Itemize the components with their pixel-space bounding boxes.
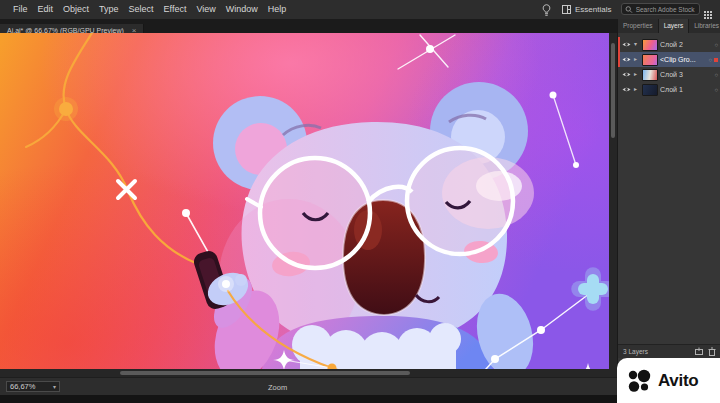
expander-icon[interactable]: ▸ [634,82,640,97]
document-tab-bar: Ai.ai* @ 66,67% (RGB/GPU Preview) × [0,19,617,33]
koala-character [192,82,542,369]
stock-search[interactable] [621,3,700,15]
expander-icon[interactable]: ▸ [634,67,640,82]
scrollbar-corner [609,369,617,377]
illustrator-window: File Edit Object Type Select Effect View… [0,0,720,403]
delete-layer-icon[interactable] [708,347,716,356]
layer-name[interactable]: Слой 3 [660,71,712,78]
menu-effect[interactable]: Effect [159,0,192,19]
koala-nose [343,200,425,315]
visibility-eye-icon[interactable] [622,86,632,93]
layer-color-bar [618,52,620,67]
menu-object[interactable]: Object [58,0,94,19]
layer-name[interactable]: <Clip Gro... [660,56,706,63]
panel-tab-bar: Properties Layers Libraries [618,19,720,33]
workspace-icon [562,5,571,14]
vertical-scrollbar[interactable] [609,33,617,369]
menu-file[interactable]: File [8,0,33,19]
layer-row[interactable]: ▸ Слой 1 ○ [618,82,720,97]
menu-type[interactable]: Type [94,0,124,19]
target-circle[interactable]: ○ [708,57,712,63]
zoom-level-dropdown[interactable]: 66,67% ▾ [6,381,60,392]
target-circle[interactable]: ○ [714,42,718,48]
horizontal-scrollbar-thumb[interactable] [120,371,410,375]
layer-row[interactable]: ▸ Слой 3 ○ [618,67,720,82]
menu-select[interactable]: Select [124,0,159,19]
layer-row[interactable]: ▸ <Clip Gro... ○ [618,52,720,67]
expander-icon[interactable]: ▾ [634,37,640,52]
vertical-scrollbar-thumb[interactable] [611,43,615,138]
selection-color-square [714,58,718,62]
target-circle[interactable]: ○ [714,87,718,93]
layers-panel: ▾ Слой 2 ○ ▸ <Clip Gro... ○ [618,33,720,344]
layer-name[interactable]: Слой 2 [660,41,712,48]
layers-panel-footer: 3 Layers [618,344,720,358]
layer-thumbnail [642,54,658,66]
avito-logo-icon [626,368,652,394]
active-tool-label: Zoom [268,383,287,392]
status-bar: 66,67% ▾ Zoom [0,377,617,396]
layer-thumbnail [642,39,658,51]
layer-row[interactable]: ▾ Слой 2 ○ [618,37,720,52]
search-input[interactable] [636,6,696,13]
layer-thumbnail [642,84,658,96]
avito-watermark: Avito [617,358,720,403]
search-icon [625,5,633,14]
menu-view[interactable]: View [191,0,220,19]
artboard-canvas[interactable] [0,33,609,369]
tab-layers[interactable]: Layers [659,19,690,33]
watermark-brand-text: Avito [658,371,698,391]
layer-thumbnail [642,69,658,81]
menu-bar: File Edit Object Type Select Effect View… [0,0,720,19]
layer-name[interactable]: Слой 1 [660,86,712,93]
horizontal-scrollbar[interactable] [0,369,609,377]
layers-count-label: 3 Layers [623,348,648,355]
visibility-eye-icon[interactable] [622,56,632,63]
application-bar: File Edit Object Type Select Effect View… [0,0,720,20]
koala-artwork [0,33,609,369]
window-bottom-edge [0,395,617,403]
menu-edit[interactable]: Edit [33,0,59,19]
chevron-down-icon: ▾ [53,383,56,390]
zoom-level-value: 66,67% [10,382,35,391]
visibility-eye-icon[interactable] [622,71,632,78]
workspace-switcher[interactable]: Essentials [562,0,611,19]
target-circle[interactable]: ○ [714,72,718,78]
menu-help[interactable]: Help [263,0,292,19]
layer-color-bar [618,37,620,52]
visibility-eye-icon[interactable] [622,41,632,48]
menu-window[interactable]: Window [221,0,263,19]
workspace-label: Essentials [575,5,611,14]
tab-properties[interactable]: Properties [618,19,659,33]
right-panel: Properties Layers Libraries ▾ Слой 2 ○ [617,19,720,403]
expander-icon[interactable]: ▸ [634,52,640,67]
new-layer-icon[interactable] [694,347,704,356]
tab-libraries[interactable]: Libraries [689,19,720,33]
